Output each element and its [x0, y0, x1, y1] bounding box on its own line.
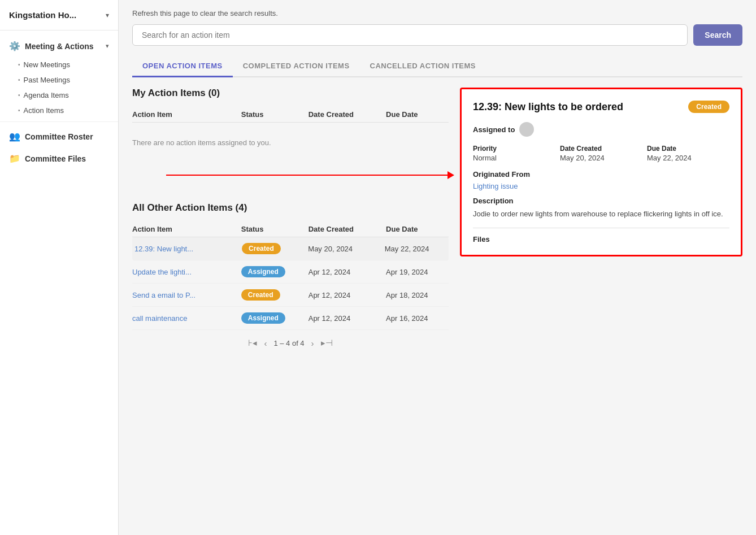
- col-action-item: Action Item: [132, 110, 237, 119]
- sidebar-item-meeting-actions[interactable]: ⚙️ Meeting & Actions ▾: [0, 35, 118, 57]
- row3-due-date: Apr 18, 2024: [386, 291, 449, 299]
- col-date-created: Date Created: [309, 110, 381, 119]
- committee-roster-label: Committee Roster: [25, 132, 93, 141]
- all-other-action-items-section: All Other Action Items (4) Action Item S…: [132, 202, 449, 356]
- table-row[interactable]: 12.39: New light... Created May 20, 2024…: [132, 237, 449, 260]
- sidebar-item-committee-roster[interactable]: 👥 Committee Roster: [0, 125, 118, 147]
- my-action-items-title: My Action Items (0): [132, 88, 449, 99]
- due-date-label: Due Date: [647, 145, 729, 153]
- search-row: Search: [132, 24, 742, 46]
- detail-panel-badge: Created: [688, 101, 729, 113]
- search-input[interactable]: [132, 24, 688, 46]
- committee-roster-icon: 👥: [9, 131, 20, 142]
- detail-assigned-row: Assigned to: [473, 122, 729, 137]
- sidebar-item-action-items[interactable]: Action Items: [18, 103, 118, 118]
- description-text: Jodie to order new lights from warehouse…: [473, 208, 729, 220]
- originated-from-label: Originated From: [473, 170, 729, 179]
- tab-open-action-items[interactable]: Open Action Items: [132, 56, 233, 77]
- sidebar-nav: ⚙️ Meeting & Actions ▾ New Meetings Past…: [0, 31, 118, 174]
- sidebar-item-committee-files[interactable]: 📁 Committee Files: [0, 147, 118, 169]
- row4-due-date: Apr 16, 2024: [386, 314, 449, 323]
- pagination-first-button[interactable]: ⊦◂: [248, 338, 257, 348]
- row1-status: Created: [242, 243, 281, 254]
- detail-meta-grid: Priority Normal Date Created May 20, 202…: [473, 145, 729, 162]
- meeting-actions-chevron-icon: ▾: [106, 42, 109, 50]
- tab-completed-action-items[interactable]: Completed Action Items: [233, 56, 360, 77]
- search-button[interactable]: Search: [693, 24, 742, 46]
- main-content: Refresh this page to clear the search re…: [119, 0, 756, 535]
- date-created-label: Date Created: [560, 145, 642, 153]
- col-due-date: Due Date: [386, 110, 449, 119]
- sidebar-item-new-meetings[interactable]: New Meetings: [18, 57, 118, 72]
- row3-date-created: Apr 12, 2024: [309, 291, 381, 299]
- avatar: [519, 122, 534, 137]
- other-col-due-date: Due Date: [386, 225, 449, 233]
- detail-divider: [473, 228, 729, 228]
- row1-link[interactable]: 12.39: New light...: [134, 245, 193, 253]
- pagination-next-button[interactable]: ›: [311, 338, 314, 348]
- meeting-actions-icon: ⚙️: [9, 41, 20, 51]
- committee-files-icon: 📁: [9, 153, 20, 164]
- due-date-meta: Due Date May 22, 2024: [647, 145, 729, 162]
- detail-panel-header: 12.39: New lights to be ordered Created: [473, 101, 729, 113]
- arrow-annotation: [132, 164, 449, 186]
- tab-cancelled-action-items[interactable]: Cancelled Action Items: [360, 56, 486, 77]
- my-action-items-table-header: Action Item Status Date Created Due Date: [132, 107, 449, 123]
- priority-value: Normal: [473, 154, 555, 162]
- table-row[interactable]: call maintenance Assigned Apr 12, 2024 A…: [132, 307, 449, 330]
- detail-panel: 12.39: New lights to be ordered Created …: [460, 88, 742, 256]
- row2-link[interactable]: Update the lighti...: [132, 268, 192, 276]
- table-row[interactable]: Send a email to P... Created Apr 12, 202…: [132, 284, 449, 307]
- left-column: My Action Items (0) Action Item Status D…: [132, 88, 449, 356]
- other-col-date-created: Date Created: [309, 225, 381, 233]
- search-input-wrap: [132, 24, 688, 46]
- row1-due-date: May 22, 2024: [385, 245, 446, 253]
- date-created-meta: Date Created May 20, 2024: [560, 145, 642, 162]
- priority-meta: Priority Normal: [473, 145, 555, 162]
- row1-date-created: May 20, 2024: [308, 245, 380, 253]
- due-date-value: May 22, 2024: [647, 154, 729, 162]
- row4-status: Assigned: [241, 312, 285, 324]
- description-section: Description Jodie to order new lights fr…: [473, 197, 729, 220]
- pagination-prev-button[interactable]: ‹: [264, 338, 267, 348]
- date-created-value: May 20, 2024: [560, 154, 642, 162]
- assigned-to-label: Assigned to: [473, 125, 515, 134]
- pagination: ⊦◂ ‹ 1 – 4 of 4 › ▸⊣: [132, 330, 449, 356]
- row2-due-date: Apr 19, 2024: [386, 268, 449, 276]
- files-label: Files: [473, 235, 729, 243]
- refresh-bar-text: Refresh this page to clear the search re…: [132, 9, 742, 18]
- other-col-status: Status: [241, 225, 304, 233]
- row2-status: Assigned: [241, 266, 285, 277]
- pagination-text: 1 – 4 of 4: [273, 339, 304, 347]
- sidebar-header[interactable]: Kingstation Ho... ▾: [0, 0, 118, 31]
- row4-link[interactable]: call maintenance: [132, 314, 188, 323]
- content-columns: My Action Items (0) Action Item Status D…: [132, 88, 742, 356]
- table-row[interactable]: Update the lighti... Assigned Apr 12, 20…: [132, 260, 449, 284]
- detail-panel-title: 12.39: New lights to be ordered: [473, 101, 688, 113]
- row3-status: Created: [241, 289, 280, 301]
- meeting-actions-subitems: New Meetings Past Meetings Agenda Items …: [0, 57, 118, 118]
- meeting-actions-label: Meeting & Actions: [25, 42, 94, 51]
- tabs-bar: Open Action Items Completed Action Items…: [132, 56, 742, 77]
- committee-files-label: Committee Files: [25, 154, 86, 163]
- originated-from-link[interactable]: Lighting issue: [473, 182, 518, 190]
- description-label: Description: [473, 197, 729, 205]
- pagination-last-button[interactable]: ▸⊣: [321, 338, 333, 348]
- all-other-title: All Other Action Items (4): [132, 202, 449, 214]
- my-action-items-section: My Action Items (0) Action Item Status D…: [132, 88, 449, 158]
- sidebar-title: Kingstation Ho...: [9, 10, 76, 20]
- other-col-action-item: Action Item: [132, 225, 237, 233]
- sidebar-item-past-meetings[interactable]: Past Meetings: [18, 72, 118, 88]
- col-status: Status: [241, 110, 304, 119]
- originated-from-section: Originated From Lighting issue: [473, 170, 729, 191]
- my-action-items-empty: There are no action items assigned to yo…: [132, 127, 449, 158]
- sidebar-item-agenda-items[interactable]: Agenda Items: [18, 88, 118, 103]
- row4-date-created: Apr 12, 2024: [309, 314, 381, 323]
- sidebar-chevron-icon: ▾: [106, 11, 109, 19]
- other-table-header: Action Item Status Date Created Due Date: [132, 221, 449, 237]
- row2-date-created: Apr 12, 2024: [309, 268, 381, 276]
- row3-link[interactable]: Send a email to P...: [132, 291, 195, 299]
- sidebar: Kingstation Ho... ▾ ⚙️ Meeting & Actions…: [0, 0, 119, 535]
- priority-label: Priority: [473, 145, 555, 153]
